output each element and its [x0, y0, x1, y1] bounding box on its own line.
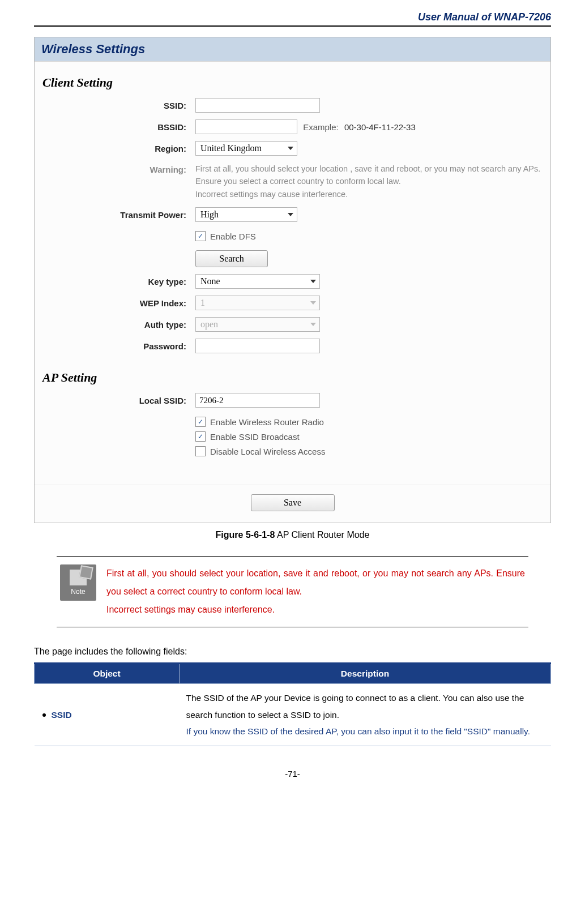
disable-local-checkbox[interactable] — [195, 446, 206, 456]
ap-setting-heading: AP Setting — [35, 357, 550, 390]
keytype-label: Key type: — [35, 271, 191, 292]
doc-header: User Manual of WNAP-7206 — [34, 11, 551, 27]
authtype-select: open — [195, 317, 320, 332]
local-ssid-label: Local SSID: — [35, 390, 191, 411]
broadcast-checkbox-label: Enable SSID Broadcast — [210, 432, 300, 442]
figure-caption: Figure 5-6-1-8 AP Client Router Mode — [34, 530, 551, 540]
tx-power-label: Transmit Power: — [35, 204, 191, 225]
keytype-select[interactable]: None — [195, 274, 320, 289]
wepindex-select: 1 — [195, 296, 320, 310]
ssid-input[interactable] — [195, 98, 320, 113]
bssid-label: BSSID: — [35, 116, 191, 138]
fields-table: Object Description SSID The SSID of the … — [34, 662, 551, 746]
chevron-down-icon — [310, 323, 316, 326]
save-button[interactable]: Save — [251, 494, 335, 511]
row-desc-blue: If you know the SSID of the desired AP, … — [186, 726, 531, 736]
chevron-down-icon — [288, 213, 293, 216]
note-icon: Note — [60, 564, 96, 601]
warning-label: Warning: — [35, 159, 191, 204]
region-value: United Kingdom — [200, 143, 262, 153]
wireless-settings-panel: Wireless Settings Client Setting SSID: B… — [34, 37, 551, 523]
panel-title: Wireless Settings — [35, 37, 550, 62]
bssid-example-value: 00-30-4F-11-22-33 — [344, 122, 416, 132]
chevron-down-icon — [310, 301, 316, 305]
bssid-input[interactable] — [195, 119, 297, 134]
radio-checkbox[interactable]: ✓ — [195, 417, 206, 427]
ssid-label: SSID: — [35, 95, 191, 116]
wepindex-value: 1 — [200, 298, 205, 308]
broadcast-checkbox[interactable]: ✓ — [195, 431, 206, 442]
figure-label: Figure 5-6-1-8 — [216, 530, 275, 540]
client-form: SSID: BSSID: Example: 00-30-4F-11-22-33 … — [35, 95, 550, 357]
figure-text: AP Client Router Mode — [277, 530, 369, 540]
row-object: SSID — [52, 710, 72, 720]
bullet-icon — [42, 713, 46, 717]
th-description: Description — [180, 664, 551, 684]
ap-form: Local SSID: ✓Enable Wireless Router Radi… — [35, 390, 550, 462]
row-desc-black: The SSID of the AP your Device is going … — [186, 693, 524, 719]
authtype-value: open — [200, 319, 218, 330]
bssid-example-label: Example: — [303, 122, 339, 132]
wepindex-label: WEP Index: — [35, 292, 191, 314]
row-description: The SSID of the AP your Device is going … — [180, 684, 551, 746]
warning-text: First at all, you should select your loc… — [195, 162, 546, 200]
intro-text: The page includes the following fields: — [34, 647, 551, 657]
note-block: Note First at all, you should select you… — [57, 556, 528, 627]
password-input[interactable] — [195, 339, 320, 353]
table-row: SSID The SSID of the AP your Device is g… — [35, 684, 551, 746]
note-icon-label: Note — [71, 588, 85, 596]
dfs-checkbox[interactable]: ✓ — [195, 231, 206, 241]
disable-local-checkbox-label: Disable Local Wireless Access — [210, 447, 325, 456]
client-setting-heading: Client Setting — [35, 62, 550, 95]
tx-power-value: High — [200, 209, 219, 220]
region-select[interactable]: United Kingdom — [195, 141, 297, 156]
tx-power-select[interactable]: High — [195, 207, 297, 222]
authtype-label: Auth type: — [35, 314, 191, 335]
page-number: -71- — [34, 769, 551, 778]
region-label: Region: — [35, 138, 191, 159]
chevron-down-icon — [310, 280, 316, 283]
chevron-down-icon — [288, 147, 293, 150]
search-button[interactable]: Search — [195, 250, 268, 267]
password-label: Password: — [35, 335, 191, 357]
dfs-label: Enable DFS — [210, 232, 256, 241]
radio-checkbox-label: Enable Wireless Router Radio — [210, 417, 324, 427]
local-ssid-input[interactable] — [195, 393, 320, 408]
th-object: Object — [35, 664, 180, 684]
note-text: First at all, you should select your loc… — [106, 564, 525, 619]
keytype-value: None — [200, 276, 220, 286]
